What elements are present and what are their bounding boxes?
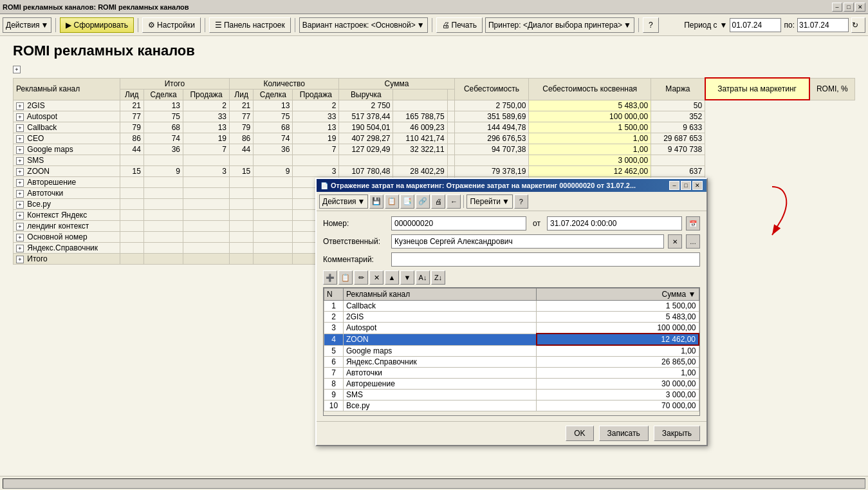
modal-copy-button[interactable]: 📋 <box>385 194 399 209</box>
ot-label: от <box>533 219 540 228</box>
period-label: Период с <box>684 21 717 30</box>
period-from-input[interactable] <box>730 18 781 32</box>
period-to-label: по: <box>784 21 795 30</box>
nomer-input[interactable] <box>391 216 526 231</box>
window-title: ROMI рекламных каналов: ROMI рекламных к… <box>3 3 189 11</box>
modal-footer: OK Записать Закрыть <box>317 421 706 445</box>
modal-table-row[interactable]: 7 <box>324 368 344 379</box>
print-icon: 🖨 <box>442 21 450 30</box>
kommentariy-input[interactable] <box>391 252 700 267</box>
modal-back-button[interactable]: ← <box>447 194 461 209</box>
modal-table-row[interactable]: 3 <box>324 323 344 334</box>
modal-table-row[interactable]: 2 <box>324 312 344 323</box>
modal-table-delete-button[interactable]: ✕ <box>369 270 383 285</box>
date-input[interactable] <box>547 216 682 231</box>
modal-table: N Рекламный канал Сумма ▼ 1 Callback 1 5… <box>324 288 699 411</box>
print-button[interactable]: 🖨 Печать <box>436 17 483 33</box>
modal-ok-button[interactable]: OK <box>566 426 593 441</box>
otvetstvennyy-input[interactable] <box>391 234 664 249</box>
modal-actions-dropdown[interactable]: Действия ▼ <box>319 194 368 209</box>
maximize-button[interactable]: □ <box>844 3 854 12</box>
period-controls: Период с ▼ по: ↻ <box>684 17 865 33</box>
modal-print-icon-button[interactable]: 🖨 <box>431 194 445 209</box>
modal-col-summa: Сумма ▼ <box>537 288 699 301</box>
modal-table-row[interactable]: 1 <box>324 301 344 312</box>
kommentariy-row: Комментарий: <box>323 252 700 267</box>
bottom-bar <box>0 476 868 490</box>
modal-save-icon-button[interactable]: 💾 <box>369 194 383 209</box>
modal-title: Отражение затрат на маркетинг: Отражение… <box>331 182 636 189</box>
actions-dropdown[interactable]: Действия ▼ <box>3 17 51 33</box>
period-refresh-button[interactable]: ↻ <box>851 17 865 33</box>
modal-close-x-button[interactable]: ✕ <box>692 181 703 190</box>
modal-table-row[interactable]: 5 <box>324 345 344 357</box>
otvetstvennyy-label: Ответственный: <box>323 237 387 246</box>
modal-table-row[interactable]: 10 <box>324 400 344 411</box>
modal-table-edit-button[interactable]: ✏ <box>354 270 368 285</box>
period-to-input[interactable] <box>797 18 849 32</box>
modal-minimize-button[interactable]: – <box>669 181 679 190</box>
kommentariy-label: Комментарий: <box>323 255 387 264</box>
modal-content: Номер: от 📅 Ответственный: ✕ … Комментар… <box>317 211 706 421</box>
modal-table-sort-az-button[interactable]: A↓ <box>416 270 430 285</box>
form-button[interactable]: ▶ Сформировать <box>60 17 134 33</box>
printer-dropdown[interactable]: Принтер: <Диалог выбора принтера> ▼ <box>485 17 634 33</box>
otvetstvennyy-row: Ответственный: ✕ … <box>323 234 700 249</box>
panel-icon: ☰ <box>215 21 222 30</box>
modal-table-sort-za-button[interactable]: Z↓ <box>431 270 445 285</box>
modal-navigate-dropdown[interactable]: Перейти ▼ <box>466 194 512 209</box>
modal-save-button[interactable]: Записать <box>599 426 649 441</box>
minimize-button[interactable]: – <box>832 3 842 12</box>
modal-table-row[interactable]: 6 <box>324 357 344 368</box>
settings-icon: ⚙ <box>148 21 155 30</box>
modal-col-n: N <box>324 288 344 301</box>
modal-table-copy-row-button[interactable]: 📋 <box>338 270 353 285</box>
modal-dialog: 📄 Отражение затрат на маркетинг: Отражен… <box>315 178 708 446</box>
modal-overlay: 📄 Отражение затрат на маркетинг: Отражен… <box>0 36 868 476</box>
modal-close-button[interactable]: Закрыть <box>654 426 700 441</box>
modal-title-bar: 📄 Отражение затрат на маркетинг: Отражен… <box>317 179 706 192</box>
modal-table-toolbar: ➕ 📋 ✏ ✕ ▲ ▼ A↓ Z↓ <box>323 270 700 285</box>
toolbar-separator-3 <box>205 18 205 32</box>
modal-help-button[interactable]: ? <box>514 194 528 209</box>
otvetstvennyy-clear-button[interactable]: ✕ <box>668 234 682 249</box>
settings-button[interactable]: ⚙ Настройки <box>142 17 201 33</box>
date-picker-button[interactable]: 📅 <box>686 216 700 231</box>
close-button[interactable]: ✕ <box>855 3 865 12</box>
modal-table-up-button[interactable]: ▲ <box>385 270 399 285</box>
title-bar: ROMI рекламных каналов: ROMI рекламных к… <box>0 0 868 14</box>
modal-col-kanal: Рекламный канал <box>344 288 537 301</box>
modal-table-row[interactable]: 8 <box>324 379 344 390</box>
modal-link-button[interactable]: 🔗 <box>416 194 430 209</box>
panel-button[interactable]: ☰ Панель настроек <box>209 17 291 33</box>
modal-paste-button[interactable]: 📑 <box>400 194 414 209</box>
nomer-row: Номер: от 📅 <box>323 216 700 231</box>
modal-table-container[interactable]: N Рекламный канал Сумма ▼ 1 Callback 1 5… <box>323 287 700 416</box>
play-icon: ▶ <box>66 21 71 30</box>
modal-doc-icon: 📄 <box>320 182 328 189</box>
toolbar-separator-5 <box>432 18 432 32</box>
window-controls: – □ ✕ <box>832 3 865 12</box>
modal-table-row[interactable]: 9 <box>324 390 344 400</box>
help-button[interactable]: ? <box>643 17 659 33</box>
modal-table-down-button[interactable]: ▼ <box>400 270 414 285</box>
toolbar-separator-1 <box>55 18 56 32</box>
variant-dropdown[interactable]: Вариант настроек: <Основной> ▼ <box>299 17 428 33</box>
modal-table-add-button[interactable]: ➕ <box>323 270 337 285</box>
toolbar-separator-4 <box>295 18 295 32</box>
toolbar-separator-2 <box>138 18 138 32</box>
main-toolbar: Действия ▼ ▶ Сформировать ⚙ Настройки ☰ … <box>0 14 868 36</box>
modal-table-row[interactable]: 4 <box>324 334 344 345</box>
modal-toolbar: Действия ▼ 💾 📋 📑 🔗 🖨 ← Перейти ▼ ? <box>317 192 706 211</box>
nomer-label: Номер: <box>323 219 387 228</box>
modal-separator <box>463 195 464 208</box>
otvetstvennyy-select-button[interactable]: … <box>686 234 700 249</box>
toolbar-separator-6 <box>638 18 639 32</box>
main-content: ROMI рекламных каналов + Рекламный канал… <box>0 36 868 476</box>
horizontal-scrollbar[interactable] <box>3 478 865 489</box>
modal-maximize-button[interactable]: □ <box>681 181 691 190</box>
